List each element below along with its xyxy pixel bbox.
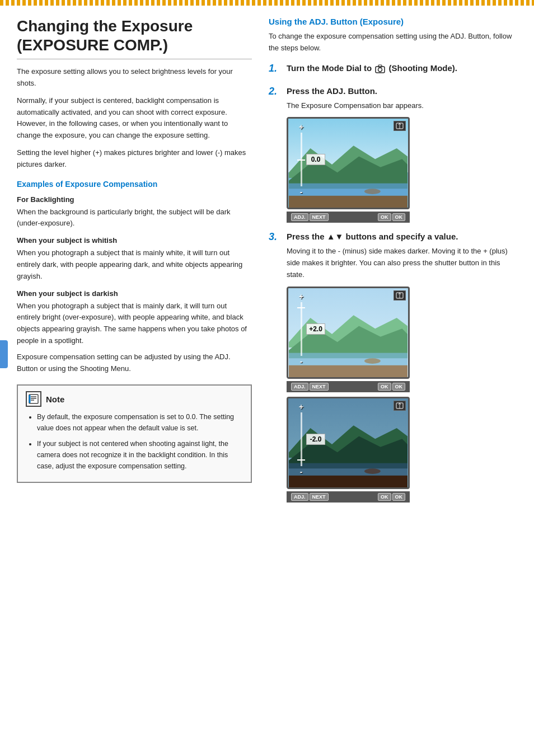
step-2-desc: The Exposure Compensation bar appears. (287, 100, 517, 112)
exp-plus-2: + (299, 293, 303, 300)
adj-btn-3: ADJ. (291, 493, 308, 501)
backlighting-text: When the background is particularly brig… (17, 206, 252, 230)
camera-screen-1: + - 0.0 (287, 117, 410, 209)
camera-bottom-bar-2: ADJ. NEXT OK OK (287, 381, 410, 392)
step-1: 1. Turn the Mode Dial to (Shooting Mode)… (269, 62, 517, 77)
ok-btn-2b: OK (392, 383, 406, 391)
zoom-icon-3 (396, 402, 404, 409)
note-symbol-icon (29, 394, 39, 404)
zoom-icon-2 (396, 292, 404, 299)
ok-btn-3b: OK (392, 493, 406, 501)
camera-screen-wrapper-1: + - 0.0 (287, 117, 517, 223)
step-3-title: Press the ▲▼ buttons and specify a value… (287, 231, 517, 242)
note-list: By default, the exposure compensation is… (26, 411, 243, 472)
step-2-content: Press the ADJ. Button. The Exposure Comp… (287, 85, 517, 223)
exposure-bar-3: + - -2.0 (294, 403, 308, 476)
step-2-number: 2. (269, 85, 281, 98)
step-3-desc: Moving it to the - (minus) side makes da… (287, 246, 517, 280)
exp-plus-1: + (299, 123, 303, 131)
cam-zoom-icon-2 (394, 290, 406, 300)
step-1-content: Turn the Mode Dial to (Shooting Mode). (287, 62, 517, 77)
svg-rect-25 (289, 476, 407, 487)
zoom-icon-1 (396, 123, 404, 129)
step-1-number: 1. (269, 62, 281, 75)
note-item-1: By default, the exposure compensation is… (37, 411, 243, 434)
exposure-bar-1: + - 0.0 (294, 123, 308, 196)
backlighting-heading: For Backlighting (17, 195, 252, 204)
step-3: 3. Press the ▲▼ buttons and specify a va… (269, 231, 517, 502)
right-section-heading: Using the ADJ. Button (Exposure) (269, 17, 517, 26)
cam-btn-group-left-1: ADJ. NEXT (291, 213, 329, 221)
exp-minus-2: - (300, 358, 303, 365)
examples-heading: Examples of Exposure Compensation (17, 180, 252, 189)
darkish-text: When you photograph a subject that is ma… (17, 300, 252, 347)
svg-rect-11 (289, 196, 407, 208)
next-btn-3: NEXT (310, 493, 329, 501)
adj-btn-2: ADJ. (291, 383, 308, 391)
svg-point-19 (364, 358, 381, 364)
note-box: Note By default, the exposure compensati… (17, 384, 252, 483)
cam-btn-group-right-3: OK OK (378, 493, 405, 501)
right-column: Using the ADJ. Button (Exposure) To chan… (269, 17, 517, 510)
exp-track-1 (301, 133, 302, 186)
exp-indicator-1 (297, 159, 305, 161)
cam-btn-group-left-3: ADJ. NEXT (291, 493, 329, 501)
camera-mode-icon (375, 64, 385, 73)
exp-track-2 (301, 302, 302, 356)
step-2: 2. Press the ADJ. Button. The Exposure C… (269, 85, 517, 223)
exp-plus-3: + (299, 403, 303, 411)
ok-btn-1b: OK (392, 213, 406, 221)
camera-bottom-bar-1: ADJ. NEXT OK OK (287, 212, 410, 223)
cam-btn-group-right-1: OK OK (378, 213, 405, 221)
exposure-bar-2: + - +2.0 (294, 293, 308, 365)
ok-btn-3a: OK (378, 493, 391, 501)
camera-screen-3: + - -2.0 (287, 397, 410, 489)
whitish-heading: When your subject is whitish (17, 236, 252, 245)
next-btn-1: NEXT (310, 213, 329, 221)
step-3-content: Press the ▲▼ buttons and specify a value… (287, 231, 517, 502)
ok-btn-1a: OK (378, 213, 391, 221)
note-title: Note (46, 395, 64, 404)
cam-btn-group-left-2: ADJ. NEXT (291, 383, 329, 391)
svg-point-26 (364, 468, 381, 474)
note-header: Note (26, 391, 243, 407)
cam-btn-group-right-2: OK OK (378, 383, 405, 391)
exp-track-3 (301, 412, 302, 466)
camera-screen-wrapper-2: + - +2.0 (287, 287, 517, 392)
intro-text-2: Normally, if your subject is centered, b… (17, 95, 252, 142)
whitish-text: When you photograph a subject that is ma… (17, 247, 252, 282)
svg-point-6 (378, 68, 382, 72)
svg-point-12 (364, 189, 381, 195)
left-column: Changing the Exposure (EXPOSURE COMP.) T… (17, 17, 252, 510)
top-decorative-border (0, 0, 534, 6)
exp-value-2: +2.0 (306, 323, 325, 335)
cam-zoom-icon-1 (394, 121, 406, 131)
page-title: Changing the Exposure (EXPOSURE COMP.) (17, 17, 252, 59)
next-btn-2: NEXT (310, 383, 329, 391)
cam-zoom-icon-3 (394, 401, 406, 411)
closing-text: Exposure compensation setting can be adj… (17, 351, 252, 375)
scroll-tab (0, 340, 8, 368)
svg-rect-7 (378, 65, 382, 67)
camera-bottom-bar-3: ADJ. NEXT OK OK (287, 491, 410, 503)
exp-minus-1: - (300, 188, 303, 196)
intro-text-1: The exposure setting allows you to selec… (17, 66, 252, 90)
camera-screen-2: + - +2.0 (287, 287, 410, 379)
step-1-title: Turn the Mode Dial to (Shooting Mode). (287, 62, 517, 74)
intro-text-3: Setting the level higher (+) makes pictu… (17, 147, 252, 171)
step-3-number: 3. (269, 231, 281, 243)
exp-minus-3: - (300, 468, 303, 476)
camera-screen-wrapper-3: + - -2.0 (287, 397, 517, 503)
svg-rect-18 (289, 365, 407, 377)
step-2-title: Press the ADJ. Button. (287, 85, 517, 97)
exp-indicator-3 (297, 459, 305, 461)
darkish-heading: When your subject is darkish (17, 289, 252, 298)
adj-btn-1: ADJ. (291, 213, 308, 221)
exp-value-1: 0.0 (306, 154, 325, 165)
exp-value-3: -2.0 (306, 434, 325, 445)
right-intro: To change the exposure compensation sett… (269, 31, 517, 54)
note-icon (26, 391, 41, 407)
note-item-2: If your subject is not centered when sho… (37, 438, 243, 472)
ok-btn-2a: OK (378, 383, 391, 391)
exp-indicator-2 (297, 307, 305, 308)
